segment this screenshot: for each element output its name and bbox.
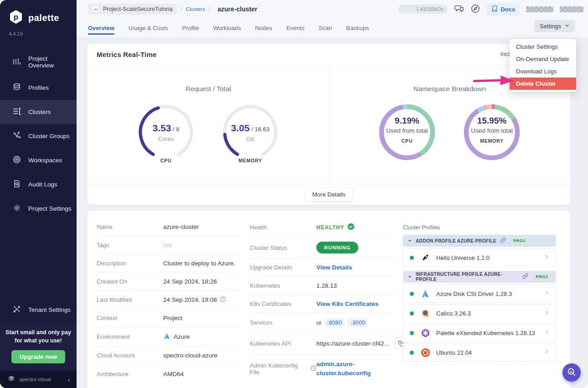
compass-icon [470, 4, 480, 15]
service-name: ui [316, 319, 321, 326]
azure-icon [163, 332, 170, 341]
menu-item-cluster-settings[interactable]: Cluster Settings [510, 41, 576, 53]
profile-layer-row[interactable]: Palette eXtended Kubernetes 1.28.13 [403, 324, 556, 342]
tab-scan[interactable]: Scan [319, 25, 332, 38]
cpu-donut-label: CPU [402, 138, 413, 144]
table-row: Kubernetes1.28.13 [250, 277, 396, 295]
profile-layer-row[interactable]: Calico 3.26.3 [403, 304, 556, 322]
sidebar-item-audit-logs[interactable]: Audit Logs [0, 172, 77, 197]
tab-workloads[interactable]: Workloads [213, 25, 241, 38]
memory-gauge: 3.05 / 16.63 Gb MEMORY [221, 103, 279, 161]
book-icon [491, 5, 498, 13]
tab-overview[interactable]: Overview [88, 25, 114, 38]
breadcrumb-clusters-link[interactable]: Clusters [186, 6, 205, 12]
feedback-chat-button[interactable] [454, 4, 464, 15]
profile-layer-row[interactable]: Azure Disk CSI Driver 1.28.3 [403, 285, 556, 303]
cluster-details-card: Nameazure-cluster Tagsn/a DescriptionClu… [88, 211, 570, 388]
cluster-list-icon [12, 107, 21, 117]
menu-item-on-demand-update[interactable]: On-Demand Update [510, 53, 576, 65]
used-from-total-caption: Used from total [386, 127, 428, 134]
addon-profile-group-header[interactable]: ADDON PROFILE AZURE-PROFILE PROJ [403, 235, 556, 247]
layers-stack-icon [12, 83, 21, 93]
view-details-link[interactable]: View Details [316, 264, 352, 271]
docs-label: Docs [500, 6, 515, 13]
usage-quota-badge: 1.43/100kCh [398, 5, 448, 14]
sidebar-item-label: Profiles [28, 84, 49, 91]
collapse-sidebar-icon[interactable]: ‹ [68, 376, 70, 383]
memory-unit: Gb [246, 135, 254, 142]
chat-bubbles-icon [454, 4, 464, 15]
document-search-icon [12, 179, 21, 190]
more-details-button[interactable]: More Details [305, 188, 352, 201]
help-compass-button[interactable] [470, 4, 480, 15]
metrics-footer: More Details [88, 184, 570, 205]
tab-nodes[interactable]: Nodes [255, 25, 273, 38]
cluster-profiles-panel: Cluster Profiles ADDON PROFILE AZURE-PRO… [403, 224, 556, 363]
info-icon[interactable] [310, 365, 316, 372]
tab-usage-costs[interactable]: Usage & Costs [129, 25, 168, 38]
table-row: Services ui :8080 :3000 [250, 313, 396, 332]
service-port-link[interactable]: :8080 [325, 318, 345, 327]
chevron-down-icon [407, 273, 412, 281]
project-scope-chip[interactable]: Project-ScaleSecureTutoria [88, 4, 177, 15]
metrics-header: Metrics Real-Time Incl [88, 44, 570, 66]
brand: p palette [0, 0, 77, 26]
sidebar-footer: spectro cloud ‹ [0, 371, 77, 388]
sidebar-nav: Project Overview Profiles Clusters Clust… [0, 48, 77, 221]
link-icon[interactable] [500, 237, 506, 245]
chevron-down-icon [564, 23, 570, 30]
sidebar-item-cluster-groups[interactable]: Cluster Groups [0, 124, 77, 148]
tab-profile[interactable]: Profile [182, 25, 199, 38]
menu-item-delete-cluster[interactable]: Delete Cluster [510, 78, 576, 90]
sidebar-item-clusters[interactable]: Clusters [0, 100, 77, 124]
upgrade-now-button[interactable]: Upgrade now [11, 350, 65, 363]
sidebar-item-project-settings[interactable]: Project Settings [0, 197, 77, 221]
sidebar-item-workspaces[interactable]: Workspaces [0, 148, 77, 172]
upgrade-message: Start small and only pay for what you us… [5, 328, 71, 345]
cluster-status-column: Health HEALTHY Cluster Status RUNNING Up… [250, 218, 396, 383]
memory-used-value: 3.05 [231, 123, 250, 133]
support-widget-button[interactable] [562, 363, 581, 382]
info-icon[interactable] [220, 296, 226, 304]
breadcrumb-project: Project-ScaleSecureTutoria [103, 6, 172, 12]
bar-chart-icon [12, 57, 21, 67]
sidebar-item-profiles[interactable]: Profiles [0, 76, 77, 100]
palette-logo-icon: p [8, 9, 24, 26]
namespace-cpu-donut: 9.19% Used from total CPU [378, 103, 436, 161]
chevron-right-icon [544, 290, 550, 298]
chevron-right-icon [544, 329, 550, 337]
breadcrumb-separator: / [181, 6, 182, 12]
sidebar-item-label: Clusters [28, 109, 51, 115]
infrastructure-profile-group-header[interactable]: INFRASTRUCTURE PROFILE AZURE-PROFILE PRO… [403, 271, 556, 283]
chevron-right-icon [544, 253, 550, 262]
memory-donut-label: MEMORY [480, 138, 504, 144]
sidebar-item-tenant-settings[interactable]: Tenant Settings [0, 297, 77, 322]
divider [329, 66, 330, 184]
settings-dropdown-button[interactable]: Settings [534, 20, 575, 32]
network-nodes-icon [12, 131, 21, 141]
rocket-icon [420, 253, 430, 263]
sidebar-item-project-overview[interactable]: Project Overview [0, 48, 77, 76]
metrics-card: Metrics Real-Time Incl Request / Total N… [88, 44, 570, 205]
ubuntu-icon [420, 347, 430, 357]
profile-layer-row[interactable]: Hello Universe 1.2.0 [403, 248, 556, 267]
table-row: Cluster Status RUNNING [250, 237, 396, 259]
profile-layer-row[interactable]: Ubuntu 22.04 [403, 343, 556, 362]
scope-badge: PROJ [532, 273, 552, 280]
menu-item-download-logs[interactable]: Download Logs [510, 65, 576, 78]
table-row: Last Modified 24 Sep 2024, 19:08 [97, 291, 242, 309]
cpu-unit: Cores [158, 135, 174, 142]
request-total-title: Request / Total [88, 85, 329, 93]
service-port-link[interactable]: :3000 [348, 318, 368, 327]
link-icon[interactable] [522, 273, 528, 281]
memory-namespace-percent: 15.95% [477, 116, 506, 126]
table-row: Health HEALTHY [250, 218, 396, 237]
tab-backups[interactable]: Backups [346, 25, 369, 38]
docs-button[interactable]: Docs [487, 3, 520, 16]
tab-events[interactable]: Events [286, 25, 304, 38]
view-k8s-certificates-link[interactable]: View K8s Certificates [316, 300, 378, 307]
cluster-tabbar: Overview Usage & Costs Profile Workloads… [77, 18, 588, 38]
memory-total-value: 16.63 [255, 126, 270, 133]
calico-icon [420, 308, 430, 318]
kubeconfig-download-link[interactable]: admin.azure-cluster.kubeconfig [316, 360, 385, 378]
